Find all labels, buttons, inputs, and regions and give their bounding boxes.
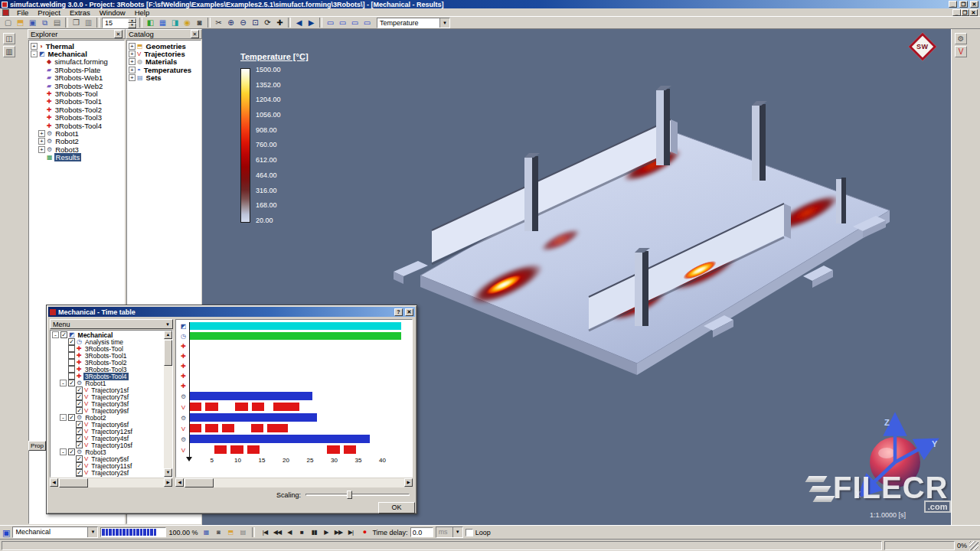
close-button[interactable]: ✕ — [970, 1, 978, 8]
record-icon[interactable]: ● — [358, 527, 370, 538]
catalog-item-geometries[interactable]: +⬒Geometries — [128, 42, 201, 50]
print-icon[interactable]: ▤ — [51, 18, 63, 28]
collapse-icon[interactable]: - — [31, 51, 38, 57]
collapse-icon[interactable]: - — [60, 448, 67, 455]
zoom-fit-icon[interactable]: ⊡ — [250, 18, 261, 28]
mdi-close-button[interactable]: ✕ — [969, 9, 978, 16]
scroll-thumb[interactable] — [59, 478, 88, 487]
checkbox[interactable] — [68, 359, 75, 366]
explorer-item-3robots-web1[interactable]: ▰3Robots-Web1 — [30, 74, 124, 82]
expand-icon[interactable]: + — [31, 43, 38, 50]
close-button[interactable]: ✕ — [405, 308, 413, 316]
report-icon[interactable]: ▤ — [237, 527, 248, 538]
checkbox[interactable]: ✓ — [76, 428, 83, 435]
checkbox[interactable]: ✓ — [76, 462, 83, 469]
menu-window[interactable]: Window — [95, 8, 130, 17]
timetable-window[interactable]: Mechanical - Time table ? ✕ Menu ▼ -✓◩Me… — [46, 305, 417, 514]
checkbox[interactable]: ✓ — [60, 331, 67, 338]
expand-icon[interactable]: + — [38, 138, 45, 145]
scroll-thumb[interactable] — [164, 340, 172, 366]
catalog-header[interactable]: Catalog ✕ — [126, 29, 202, 39]
resize-grip[interactable] — [969, 541, 978, 550]
time-delay-input[interactable] — [410, 527, 433, 537]
minimize-button[interactable]: _ — [949, 1, 957, 8]
gantt-bar[interactable] — [189, 403, 201, 411]
checkbox[interactable]: ✓ — [76, 435, 83, 442]
checkbox[interactable]: ✓ — [68, 338, 75, 345]
analysis-mode-combo[interactable]: Mechanical ▼ — [12, 527, 98, 538]
checkbox[interactable]: ✓ — [68, 380, 75, 386]
explorer-item-thermal[interactable]: +◑Thermal — [30, 42, 124, 50]
rotate-view-icon[interactable]: ⟳ — [262, 18, 273, 28]
close-icon[interactable]: ✕ — [191, 30, 199, 38]
explorer-item-3robots-web2[interactable]: ▰3Robots-Web2 — [30, 82, 124, 90]
clip-plane-y-icon[interactable]: ▭ — [337, 18, 348, 28]
gantt-bar[interactable] — [189, 424, 201, 432]
open-project-icon[interactable]: ⬒ — [15, 18, 26, 28]
fast-forward-icon[interactable]: ▶▶ — [332, 527, 344, 538]
close-icon[interactable]: ✕ — [114, 30, 122, 38]
clip-plane-z-icon[interactable]: ▭ — [349, 18, 361, 28]
timetable-item-trajectory8sf[interactable]: ✓VTrajectory8sf — [51, 476, 162, 478]
gantt-bar[interactable] — [267, 424, 287, 432]
pause-icon[interactable]: ▮▮ — [308, 527, 319, 538]
checkbox[interactable]: ✓ — [76, 400, 83, 407]
checkbox[interactable]: ✓ — [68, 448, 75, 455]
maximize-button[interactable]: ❐ — [959, 1, 968, 8]
gantt-bar[interactable] — [251, 424, 263, 432]
explorer-header[interactable]: Explorer ✕ — [28, 29, 126, 39]
gantt-bar[interactable] — [189, 392, 312, 400]
collapse-icon[interactable]: - — [60, 414, 67, 421]
dock-explorer-icon[interactable]: ◫ — [3, 33, 15, 44]
result-quantity-combo[interactable]: Temperature▼ — [377, 18, 450, 28]
gantt-bar[interactable] — [205, 403, 217, 411]
save-all-icon[interactable]: ⧉ — [39, 18, 51, 28]
mesh-view-icon[interactable]: ▦ — [157, 18, 168, 28]
prev-increment-icon[interactable]: ◀ — [293, 18, 305, 28]
zoom-in-icon[interactable]: ⊕ — [225, 18, 237, 28]
tree-scrollbar[interactable]: ▲ ▼ — [164, 331, 172, 477]
menu-file[interactable]: File — [12, 8, 33, 17]
scroll-track[interactable] — [58, 478, 164, 487]
checkbox[interactable]: ✓ — [76, 469, 83, 476]
gantt-bar[interactable] — [252, 403, 264, 411]
catalog-item-materials[interactable]: +◍Materials — [128, 58, 201, 66]
explorer-item-3robots-tool4[interactable]: ✚3Robots-Tool4 — [30, 122, 124, 129]
scroll-track[interactable] — [184, 478, 404, 487]
image-export-icon[interactable]: ◙ — [212, 527, 224, 538]
explorer-item-results[interactable]: ▦Results — [30, 153, 124, 161]
increment-combo[interactable]: 15▲▼ — [102, 18, 137, 28]
skip-start-icon[interactable]: |◀ — [259, 527, 270, 538]
gantt-bar[interactable] — [189, 413, 317, 422]
title-bar[interactable]: simufact.welding 3.0.0 - Project: 3Robot… — [0, 0, 980, 8]
play-icon[interactable]: ▶ — [320, 527, 332, 538]
expand-icon[interactable]: + — [129, 58, 136, 65]
gantt-bar[interactable] — [189, 435, 370, 443]
gantt-bar[interactable] — [222, 424, 234, 432]
help-button[interactable]: ? — [394, 308, 403, 316]
chevron-down-icon[interactable]: ▼ — [439, 18, 449, 28]
checkbox[interactable] — [68, 352, 75, 359]
timetable-menu-button[interactable]: Menu ▼ — [50, 319, 173, 329]
explorer-item-3robots-tool1[interactable]: ✚3Robots-Tool1 — [30, 98, 124, 106]
mdi-restore-button[interactable]: ❐ — [961, 9, 969, 16]
expand-icon[interactable]: + — [129, 51, 136, 57]
gantt-hscrollbar[interactable]: ◀ ▶ — [175, 478, 413, 487]
checkbox[interactable]: ✓ — [76, 442, 83, 448]
scroll-thumb[interactable] — [185, 478, 214, 487]
fast-rewind-icon[interactable]: ◀◀ — [271, 527, 283, 538]
checkbox[interactable]: ✓ — [76, 386, 83, 393]
pan-view-icon[interactable]: ✚ — [274, 18, 286, 28]
grid-view-icon[interactable]: ▦ — [200, 527, 211, 538]
spin-down-icon[interactable]: ▼ — [128, 23, 136, 28]
expand-icon[interactable]: + — [129, 67, 136, 73]
chevron-down-icon[interactable]: ▼ — [87, 527, 97, 537]
menu-project[interactable]: Project — [33, 8, 65, 17]
gantt-bar[interactable] — [189, 332, 401, 340]
scroll-right-icon[interactable]: ▶ — [164, 478, 172, 487]
contour-view-icon[interactable]: ◨ — [169, 18, 181, 28]
dock-properties-icon[interactable]: ▥ — [3, 46, 15, 57]
menu-help[interactable]: Help — [130, 8, 155, 17]
scroll-right-icon[interactable]: ▶ — [404, 478, 413, 487]
scroll-track[interactable] — [164, 339, 172, 468]
